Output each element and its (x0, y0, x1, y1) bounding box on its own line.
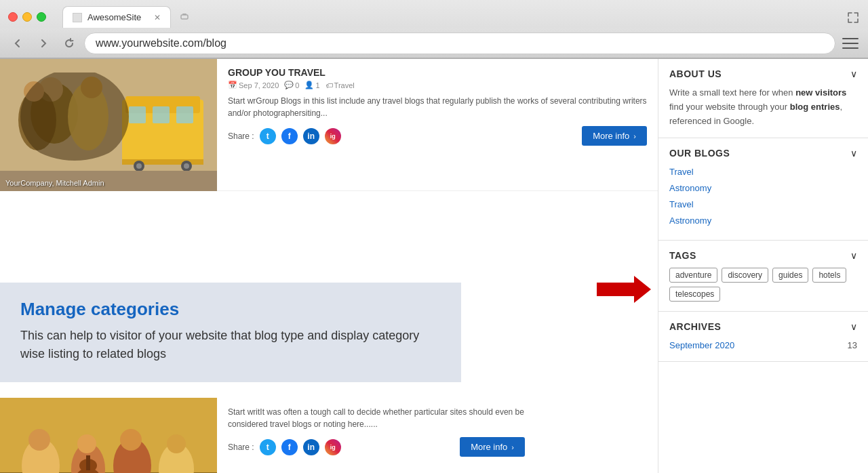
tag-guides[interactable]: guides (772, 268, 808, 283)
post-credit-1: YourCompany, Mitchell Admin (5, 179, 104, 187)
svg-point-15 (68, 83, 108, 150)
post-image-2: YourCompany, Mitchell Admin (0, 398, 217, 473)
svg-point-16 (81, 77, 102, 98)
close-button[interactable] (8, 12, 18, 22)
tab-favicon (73, 13, 82, 22)
sidebar-archives-header: ARCHIVES ∨ (669, 321, 857, 332)
nav-bar: www.yourwebsite.com/blog (0, 28, 868, 58)
tag-adventure[interactable]: adventure (669, 268, 717, 283)
svg-point-12 (184, 163, 189, 169)
tag-telescopes[interactable]: telescopes (669, 287, 720, 302)
forward-icon (38, 38, 49, 49)
post-excerpt-2: Start writIt was often a tough call to d… (228, 406, 525, 430)
facebook-icon-2[interactable]: f (281, 439, 298, 455)
tab-close-icon[interactable]: ✕ (154, 13, 161, 22)
hamburger-line-3 (842, 47, 859, 49)
instagram-icon-2[interactable]: ig (325, 439, 341, 455)
main-content: YourCompany, Mitchell Admin GROUP YOU TR… (0, 59, 658, 473)
linkedin-icon-2[interactable]: in (303, 439, 319, 455)
address-bar[interactable]: www.yourwebsite.com/blog (84, 33, 835, 54)
tab-bar: AwesomeSite ✕ (62, 6, 860, 28)
more-info-button-1[interactable]: More info › (582, 126, 647, 146)
browser-tab[interactable]: AwesomeSite ✕ (62, 6, 171, 28)
url-text: www.yourwebsite.com/blog (96, 37, 226, 49)
back-icon (12, 38, 23, 49)
svg-rect-6 (153, 106, 170, 123)
svg-point-17 (18, 89, 56, 150)
blogs-chevron-icon[interactable]: ∨ (850, 148, 857, 159)
list-item: Astronomy (669, 182, 857, 194)
blog-post-2: YourCompany, Mitchell Admin Start writIt… (0, 398, 536, 473)
browser-chrome: AwesomeSite ✕ (0, 0, 868, 59)
more-info-button-2[interactable]: More info › (460, 437, 525, 457)
blog-link-travel-1[interactable]: Travel (669, 167, 694, 177)
instagram-icon-1[interactable]: ig (325, 128, 341, 144)
post-footer-1: Share : t f in ig More info › (228, 126, 647, 146)
post-comments-1: 💬 0 (284, 81, 299, 89)
svg-rect-5 (129, 106, 146, 123)
back-button[interactable] (7, 33, 28, 54)
archive-item: September 2020 13 (669, 339, 857, 352)
menu-button[interactable] (840, 33, 861, 54)
post-body-1: GROUP YOU TRAVEL 📅 Sep 7, 2020 💬 0 👤 1 (217, 59, 658, 190)
post-image-1: YourCompany, Mitchell Admin (0, 59, 217, 191)
about-chevron-icon[interactable]: ∨ (850, 68, 857, 79)
share-label-1: Share : (228, 131, 254, 141)
twitter-icon-1[interactable]: t (260, 128, 276, 144)
svg-point-28 (120, 429, 142, 451)
highlight-text: This can help to visitor of your website… (20, 327, 441, 363)
archives-chevron-icon[interactable]: ∨ (850, 321, 857, 332)
post-category-1: 🏷 Travel (326, 81, 355, 89)
linkedin-icon-1[interactable]: in (303, 128, 319, 144)
title-bar: AwesomeSite ✕ (0, 0, 868, 28)
hamburger-line-2 (842, 43, 859, 44)
tags-chevron-icon[interactable]: ∨ (850, 250, 857, 261)
sidebar-tags-header: TAGS ∨ (669, 250, 857, 261)
list-item: Travel (669, 165, 857, 178)
tag-hotels[interactable]: hotels (812, 268, 846, 283)
blogs-title: OUR BLOGS (669, 148, 730, 159)
new-tab-button[interactable] (175, 7, 194, 26)
svg-point-13 (31, 83, 78, 144)
calendar-icon-1: 📅 (228, 81, 237, 89)
sidebar-about: ABOUT US ∨ Write a small text here for w… (658, 59, 868, 138)
page-content: YourCompany, Mitchell Admin GROUP YOU TR… (0, 59, 868, 473)
sidebar-archives: ARCHIVES ∨ September 2020 13 (658, 312, 868, 362)
list-item: Astronomy (669, 214, 857, 226)
tags-container: adventure discovery guides hotels telesc… (669, 268, 857, 302)
traffic-lights (8, 12, 46, 22)
svg-point-10 (136, 163, 142, 169)
sidebar-blogs: OUR BLOGS ∨ Travel Astronomy Travel Astr… (658, 138, 868, 241)
post-thumbnail-1 (0, 59, 217, 191)
blog-link-astronomy-2[interactable]: Astronomy (669, 215, 711, 226)
twitter-icon-2[interactable]: t (260, 439, 276, 455)
highlight-title: Manage categories (20, 299, 441, 320)
maximize-button[interactable] (37, 12, 46, 22)
tags-title: TAGS (669, 250, 696, 261)
minimize-button[interactable] (22, 12, 32, 22)
arrow-icon-2: › (511, 443, 514, 451)
svg-rect-7 (176, 106, 193, 123)
comment-icon-1: 💬 (284, 81, 294, 89)
facebook-icon-1[interactable]: f (281, 128, 298, 144)
svg-point-14 (39, 77, 63, 102)
tag-discovery[interactable]: discovery (722, 268, 768, 283)
forward-button[interactable] (33, 33, 54, 54)
highlight-overlay: Manage categories This can help to visit… (0, 283, 461, 382)
blog-link-astronomy-1[interactable]: Astronomy (669, 183, 711, 193)
svg-point-30 (167, 434, 186, 453)
fullscreen-icon[interactable] (846, 11, 860, 28)
post-title-1: GROUP YOU TRAVEL (228, 67, 647, 78)
archive-link-sep2020[interactable]: September 2020 (669, 340, 734, 350)
archive-count-sep2020: 13 (848, 340, 857, 350)
svg-rect-33 (86, 455, 90, 470)
svg-point-26 (77, 434, 96, 453)
sidebar-tags: TAGS ∨ adventure discovery guides hotels… (658, 241, 868, 312)
about-text: Write a small text here for when new vis… (669, 86, 857, 128)
blog-links-list: Travel Astronomy Travel Astronomy (669, 165, 857, 226)
sidebar: ABOUT US ∨ Write a small text here for w… (658, 59, 868, 473)
reload-button[interactable] (58, 33, 80, 54)
svg-point-18 (24, 81, 44, 102)
blog-link-travel-2[interactable]: Travel (669, 199, 694, 209)
arrow-icon-1: › (633, 132, 636, 140)
